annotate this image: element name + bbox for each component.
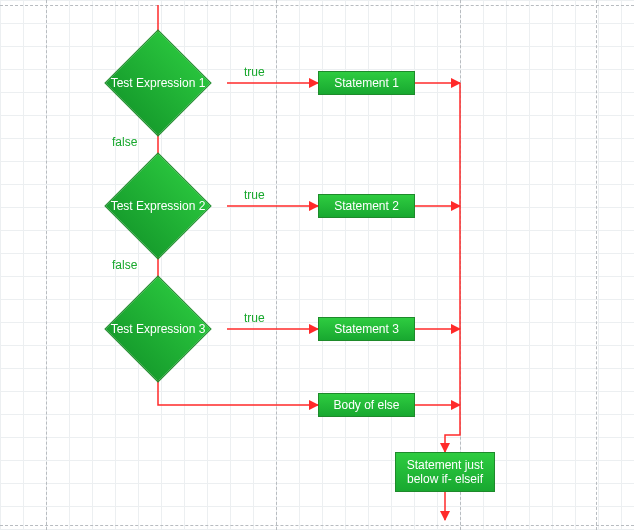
edge-label-true: true: [244, 188, 265, 202]
edge-label-true: true: [244, 65, 265, 79]
decision-label: Test Expression 3: [120, 291, 196, 367]
guide-bottom: [0, 525, 634, 526]
guide-right: [596, 0, 597, 530]
decision-test-expression-2: Test Expression 2: [120, 168, 196, 244]
edge-label-true: true: [244, 311, 265, 325]
canvas-grid: [0, 0, 634, 530]
decision-label: Test Expression 2: [120, 168, 196, 244]
guide-mid2: [460, 0, 461, 530]
guide-mid: [276, 0, 277, 530]
edge-label-false: false: [112, 135, 137, 149]
decision-label: Test Expression 1: [120, 45, 196, 121]
decision-test-expression-1: Test Expression 1: [120, 45, 196, 121]
edge-label-false: false: [112, 258, 137, 272]
guide-left: [46, 0, 47, 530]
decision-test-expression-3: Test Expression 3: [120, 291, 196, 367]
guide-top: [0, 5, 634, 6]
